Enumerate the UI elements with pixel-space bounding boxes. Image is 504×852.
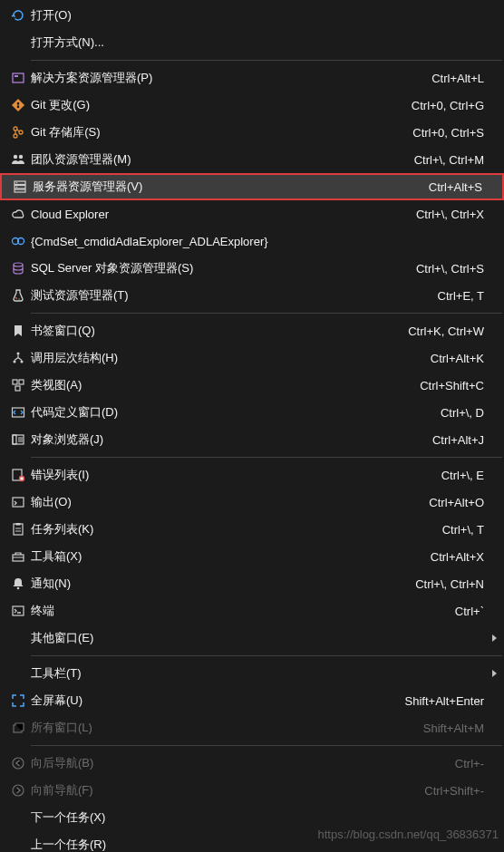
svg-point-22 bbox=[21, 361, 24, 363]
menu-item[interactable]: 对象浏览器(J)Ctrl+Alt+J bbox=[0, 426, 504, 453]
svg-rect-0 bbox=[13, 73, 24, 82]
menu-item-label: 向前导航(F) bbox=[31, 782, 413, 799]
menu-item[interactable]: 测试资源管理器(T)Ctrl+E, T bbox=[0, 282, 504, 309]
menu-item-label: Cloud Explorer bbox=[31, 208, 405, 221]
menu-item-label: 其他窗口(E) bbox=[31, 630, 484, 646]
menu-item-label: 代码定义窗口(D) bbox=[31, 404, 430, 421]
team-icon bbox=[5, 152, 31, 167]
adla-icon bbox=[5, 234, 31, 248]
menu-item-shortcut: Ctrl+\, Ctrl+X bbox=[416, 208, 484, 221]
menu-item-label: 服务器资源管理器(V) bbox=[33, 179, 418, 195]
menu-item-label: Git 更改(G) bbox=[31, 97, 401, 113]
svg-rect-32 bbox=[14, 524, 23, 535]
menu-item-label: 测试资源管理器(T) bbox=[31, 287, 427, 304]
errorlist-icon bbox=[5, 468, 31, 482]
menu-item-label: 对象浏览器(J) bbox=[31, 431, 422, 448]
cloud-icon bbox=[5, 207, 31, 221]
tasklist-icon bbox=[5, 522, 31, 537]
svg-rect-28 bbox=[13, 435, 16, 444]
menu-item[interactable]: 输出(O)Ctrl+Alt+O bbox=[0, 489, 504, 516]
navback-icon bbox=[5, 756, 31, 770]
menu-item[interactable]: 工具栏(T) bbox=[0, 660, 504, 687]
menu-item[interactable]: 书签窗口(Q)Ctrl+K, Ctrl+W bbox=[0, 317, 504, 344]
svg-rect-25 bbox=[15, 386, 20, 391]
terminal-icon bbox=[5, 604, 31, 618]
sql-icon bbox=[5, 261, 31, 276]
menu-item-shortcut: Ctrl+Shift+- bbox=[424, 784, 484, 798]
menu-item[interactable]: 团队资源管理器(M)Ctrl+\, Ctrl+M bbox=[0, 146, 504, 173]
menu-item[interactable]: 类视图(A)Ctrl+Shift+C bbox=[0, 372, 504, 399]
menu-item[interactable]: 任务列表(K)Ctrl+\, T bbox=[0, 516, 504, 543]
menu-item-shortcut: Ctrl+- bbox=[455, 757, 484, 770]
menu-item[interactable]: 错误列表(I)Ctrl+\, E bbox=[0, 461, 504, 489]
menu-item[interactable]: Git 存储库(S)Ctrl+0, Ctrl+S bbox=[0, 119, 504, 146]
menu-item[interactable]: 打开(O) bbox=[0, 2, 504, 29]
menu-item[interactable]: SQL Server 对象资源管理器(S)Ctrl+\, Ctrl+S bbox=[0, 255, 504, 282]
allwindows-icon bbox=[5, 721, 31, 735]
svg-point-17 bbox=[14, 263, 23, 266]
menu-item[interactable]: 解决方案资源管理器(P)Ctrl+Alt+L bbox=[0, 64, 504, 92]
menu-item-label: 解决方案资源管理器(P) bbox=[31, 70, 421, 86]
svg-point-19 bbox=[18, 298, 20, 300]
hierarchy-icon bbox=[5, 351, 31, 365]
toolbox-icon bbox=[5, 549, 31, 564]
menu-item[interactable]: Git 更改(G)Ctrl+0, Ctrl+G bbox=[0, 92, 504, 119]
menu-item-shortcut: Ctrl+Alt+J bbox=[432, 433, 484, 447]
menu-item[interactable]: 代码定义窗口(D)Ctrl+\, D bbox=[0, 399, 504, 426]
test-icon bbox=[5, 288, 31, 303]
menu-item-label: 所有窗口(L) bbox=[31, 720, 412, 736]
svg-rect-12 bbox=[15, 189, 25, 192]
svg-point-13 bbox=[16, 182, 17, 183]
menu-item-label: 全屏幕(U) bbox=[31, 692, 394, 709]
menu-item-label: 任务列表(K) bbox=[31, 521, 431, 537]
menu-item: 所有窗口(L)Shift+Alt+M bbox=[0, 714, 504, 741]
menu-item-shortcut: Ctrl+K, Ctrl+W bbox=[408, 324, 484, 338]
menu-item-shortcut: Ctrl+\, Ctrl+M bbox=[414, 153, 484, 167]
menu-item-label: 终端 bbox=[31, 603, 444, 619]
menu-item-label: 通知(N) bbox=[31, 576, 404, 592]
menu-item-label: 下一个任务(X) bbox=[31, 809, 484, 826]
svg-rect-4 bbox=[17, 103, 18, 107]
chevron-right-icon bbox=[492, 670, 497, 677]
svg-point-9 bbox=[19, 155, 23, 159]
menu-item-shortcut: Ctrl+\, Ctrl+N bbox=[415, 577, 484, 591]
menu-item-label: 打开方式(N)... bbox=[31, 34, 484, 51]
menu-item-label: 团队资源管理器(M) bbox=[31, 151, 403, 168]
svg-rect-1 bbox=[15, 75, 18, 77]
menu-item-shortcut: Ctrl+Alt+S bbox=[429, 180, 482, 194]
menu-item[interactable]: 服务器资源管理器(V)Ctrl+Alt+S bbox=[0, 173, 504, 200]
chevron-right-icon bbox=[492, 634, 497, 642]
menu-item-label: 输出(O) bbox=[31, 494, 418, 510]
menu-item[interactable]: 通知(N)Ctrl+\, Ctrl+N bbox=[0, 570, 504, 597]
menu-item-shortcut: Ctrl+Alt+X bbox=[431, 550, 484, 564]
menu-item[interactable]: 调用层次结构(H)Ctrl+Alt+K bbox=[0, 344, 504, 372]
svg-rect-24 bbox=[19, 380, 24, 384]
menu-item-shortcut: Ctrl+` bbox=[455, 605, 484, 618]
menu-item-shortcut: Ctrl+\, Ctrl+S bbox=[416, 262, 484, 276]
menu-item-label: 调用层次结构(H) bbox=[31, 350, 420, 366]
menu-item[interactable]: 其他窗口(E) bbox=[0, 624, 504, 652]
svg-point-14 bbox=[16, 187, 17, 188]
menu-item[interactable]: 打开方式(N)... bbox=[0, 29, 504, 56]
menu-item-shortcut: Shift+Alt+M bbox=[423, 721, 484, 735]
menu-item-shortcut: Ctrl+0, Ctrl+S bbox=[412, 126, 484, 140]
svg-rect-33 bbox=[16, 523, 21, 526]
menu-item-label: 错误列表(I) bbox=[31, 467, 431, 483]
menu-item[interactable]: 终端Ctrl+` bbox=[0, 597, 504, 624]
svg-point-8 bbox=[14, 155, 17, 159]
svg-rect-36 bbox=[13, 606, 24, 615]
bookmark-icon bbox=[5, 324, 31, 338]
menu-item-shortcut: Ctrl+Alt+O bbox=[429, 496, 484, 509]
menu-item[interactable]: 工具箱(X)Ctrl+Alt+X bbox=[0, 543, 504, 570]
menu-item-label: 向后导航(B) bbox=[31, 755, 444, 771]
menu-item-label: 工具箱(X) bbox=[31, 548, 420, 565]
svg-rect-31 bbox=[13, 498, 24, 507]
menu-item[interactable]: 全屏幕(U)Shift+Alt+Enter bbox=[0, 687, 504, 714]
menu-item[interactable]: {CmdSet_cmdidAdlaExplorer_ADLAExplorer} bbox=[0, 228, 504, 255]
menu-item-label: 工具栏(T) bbox=[31, 665, 484, 682]
menu-item[interactable]: Cloud ExplorerCtrl+\, Ctrl+X bbox=[0, 200, 504, 228]
menu-item: 向后导航(B)Ctrl+- bbox=[0, 750, 504, 777]
menu-item-shortcut: Ctrl+\, D bbox=[441, 406, 484, 420]
context-menu: 打开(O)打开方式(N)...解决方案资源管理器(P)Ctrl+Alt+LGit… bbox=[0, 0, 504, 852]
svg-point-35 bbox=[17, 587, 20, 590]
